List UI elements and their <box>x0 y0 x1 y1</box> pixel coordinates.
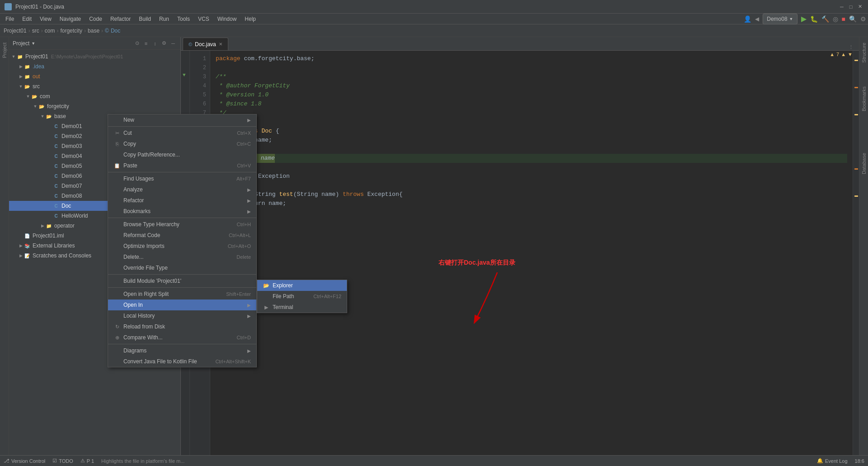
ctx-browse-type[interactable]: Browse Type Hierarchy Ctrl+H <box>108 219 256 230</box>
status-left: ⎇ Version Control ☑ TODO ⚠ P 1 Highlight… <box>4 458 184 464</box>
status-problems[interactable]: ⚠ P 1 <box>80 458 94 464</box>
user-icon[interactable]: 👤 <box>744 15 751 23</box>
structure-label[interactable]: Structure <box>860 41 868 65</box>
position-label: 18:6 <box>855 458 864 464</box>
close-button[interactable]: ✕ <box>856 3 863 10</box>
warning-expand-up[interactable]: ▲ <box>841 52 846 57</box>
ctx-new[interactable]: New ▶ <box>108 114 256 125</box>
more-tabs-btn[interactable]: ⋮ <box>849 44 854 50</box>
search-everywhere-button[interactable]: 🔍 <box>849 15 857 23</box>
ctx-analyze[interactable]: Analyze ▶ <box>108 184 256 195</box>
window-controls[interactable]: ─ □ ✕ <box>838 3 863 10</box>
ctx-convert-kotlin[interactable]: Convert Java File to Kotlin File Ctrl+Al… <box>108 356 256 367</box>
stop-button[interactable]: ■ <box>842 15 845 23</box>
submenu-explorer[interactable]: 📂 Explorer <box>257 280 347 291</box>
tree-item-com[interactable]: ▼ 📂 com <box>9 91 180 101</box>
ctx-paste[interactable]: 📋 Paste Ctrl+V <box>108 160 256 171</box>
code-line-field: String name; <box>216 136 847 145</box>
menu-vcs[interactable]: VCS <box>194 15 213 23</box>
coverage-button[interactable]: ◎ <box>833 15 838 23</box>
terminal-label: Terminal <box>273 304 293 310</box>
breadcrumb-com[interactable]: com <box>45 28 55 34</box>
menu-run[interactable]: Run <box>156 15 173 23</box>
ctx-copy-path[interactable]: Copy Path/Reference... <box>108 149 256 160</box>
tab-close-btn[interactable]: ✕ <box>219 42 222 47</box>
ctx-override-type[interactable]: Override File Type <box>108 262 256 273</box>
tab-doc-java[interactable]: © Doc.java ✕ <box>183 38 228 50</box>
breadcrumb-base[interactable]: base <box>88 28 99 34</box>
ctx-open-right-split[interactable]: Open in Right Split Shift+Enter <box>108 289 256 300</box>
tree-item-out[interactable]: ▶ 📁 out <box>9 71 180 81</box>
status-position[interactable]: 18:6 <box>855 458 864 464</box>
vc-icon: ⎇ <box>4 458 9 464</box>
breadcrumb-project[interactable]: Project01 <box>4 28 27 34</box>
database-label[interactable]: Database <box>860 151 868 176</box>
menu-code[interactable]: Code <box>85 15 106 23</box>
collapse-all-btn[interactable]: ≡ <box>142 40 150 47</box>
ctx-open-in[interactable]: Open In ▶ <box>108 300 256 310</box>
tree-item-project01[interactable]: ▼ 📁 Project01 E:\Mynote\JavaProject\Proj… <box>9 52 180 62</box>
ctx-copy[interactable]: ⎘ Copy Ctrl+C <box>108 138 256 149</box>
tree-item-idea[interactable]: ▶ 📁 .idea <box>9 62 180 71</box>
todo-label: TODO <box>59 458 73 464</box>
ctx-compare-with[interactable]: ⊕ Compare With... Ctrl+D <box>108 332 256 343</box>
menu-tools[interactable]: Tools <box>174 15 193 23</box>
ctx-delete[interactable]: Delete... Delete <box>108 252 256 262</box>
code-line-8 <box>216 118 847 127</box>
status-highlight: Highlights the file in platform's file m… <box>101 458 184 464</box>
menu-refactor[interactable]: Refactor <box>107 15 134 23</box>
breadcrumb-src[interactable]: src <box>32 28 39 34</box>
run-config-selector[interactable]: Demo08 ▼ <box>763 14 797 24</box>
ctx-reload-disk[interactable]: ↻ Reload from Disk <box>108 321 256 332</box>
nav-back[interactable]: ◀ <box>755 16 759 22</box>
code-line-comment3: @throws Exception <box>216 172 847 181</box>
minimize-panel-btn[interactable]: ─ <box>170 40 177 47</box>
menu-file[interactable]: File <box>2 15 18 23</box>
settings-button[interactable]: ⚙ <box>860 15 866 23</box>
ctx-reformat[interactable]: Reformat Code Ctrl+Alt+L <box>108 230 256 241</box>
menu-build[interactable]: Build <box>135 15 155 23</box>
settings-btn[interactable]: ⚙ <box>160 40 168 47</box>
ctx-bookmarks[interactable]: Bookmarks ▶ <box>108 206 256 217</box>
code-line-return: return name; <box>216 199 847 208</box>
submenu-terminal[interactable]: ▶ Terminal <box>257 302 347 313</box>
menu-view[interactable]: View <box>36 15 55 23</box>
menu-navigate[interactable]: Navigate <box>56 15 85 23</box>
ctx-local-history[interactable]: Local History ▶ <box>108 310 256 321</box>
app-icon <box>5 3 12 10</box>
tree-item-src[interactable]: ▼ 📂 src <box>9 81 180 91</box>
debug-button[interactable]: 🐛 <box>810 15 818 23</box>
menu-window[interactable]: Window <box>214 15 241 23</box>
panel-dropdown-arrow[interactable]: ▼ <box>31 41 35 46</box>
ctx-find-usages[interactable]: Find Usages Alt+F7 <box>108 173 256 184</box>
bookmarks-label[interactable]: Bookmarks <box>860 85 868 113</box>
ctx-reload-icon: ↻ <box>113 324 121 330</box>
status-todo[interactable]: ☑ TODO <box>52 458 73 464</box>
ctx-refactor[interactable]: Refactor ▶ <box>108 195 256 206</box>
ctx-cut[interactable]: ✂ Cut Ctrl+X <box>108 128 256 138</box>
maximize-button[interactable]: □ <box>847 3 854 10</box>
minimize-button[interactable]: ─ <box>838 3 845 10</box>
ctx-optimize-imports[interactable]: Optimize Imports Ctrl+Alt+O <box>108 241 256 252</box>
build-button[interactable]: 🔨 <box>821 15 829 23</box>
submenu-file-path[interactable]: File Path Ctrl+Alt+F12 <box>257 291 347 302</box>
status-version-control[interactable]: ⎇ Version Control <box>4 458 45 464</box>
tree-item-forgetcity[interactable]: ▼ 📂 forgetcity <box>9 101 180 111</box>
warning-indicator[interactable]: ▲ 7 ▲ ▼ <box>830 52 853 57</box>
code-editor: ▼ 1 2 3 4 5 6 7 <box>181 51 859 455</box>
project-tool-label[interactable]: Project <box>1 41 8 60</box>
warning-expand-down[interactable]: ▼ <box>848 52 853 57</box>
code-content[interactable]: package com.forgetcity.base; /** * @auth… <box>210 51 853 455</box>
ctx-build-module[interactable]: Build Module 'Project01' <box>108 276 256 286</box>
menu-help[interactable]: Help <box>241 15 259 23</box>
run-button[interactable]: ▶ <box>801 14 807 23</box>
locate-in-tree-btn[interactable]: ⊙ <box>133 40 141 47</box>
menu-edit[interactable]: Edit <box>19 15 35 23</box>
breadcrumb-forgetcity[interactable]: forgetcity <box>60 28 82 34</box>
status-event-log[interactable]: 🔔 Event Log <box>817 458 848 464</box>
menu-bar: File Edit View Navigate Code Refactor Bu… <box>0 14 868 24</box>
warning-icon: ▲ <box>830 52 835 57</box>
breadcrumb-doc[interactable]: ©Doc <box>105 28 120 34</box>
sort-btn[interactable]: ↕ <box>151 40 159 47</box>
ctx-diagrams[interactable]: Diagrams ▶ <box>108 345 256 356</box>
